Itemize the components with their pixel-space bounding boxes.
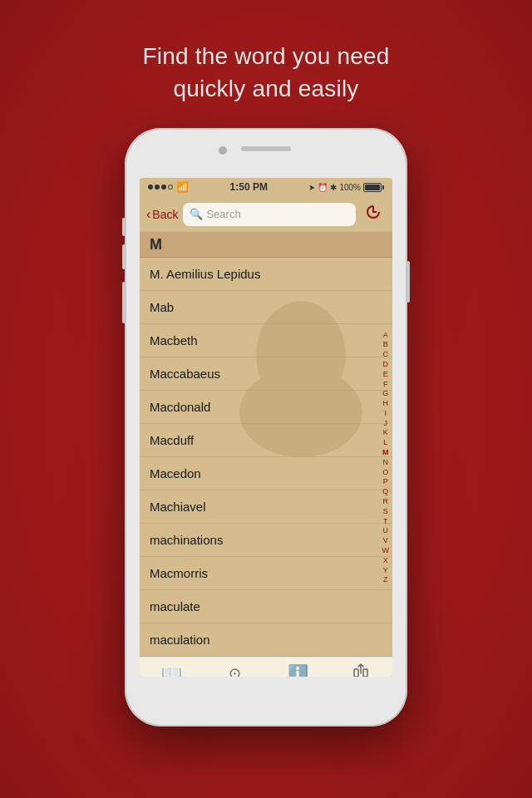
list-item-text: Maccabaeus — [150, 367, 220, 381]
section-header: M — [140, 233, 392, 258]
alpha-letter-s[interactable]: S — [382, 507, 390, 516]
more-icon: ⊙ — [229, 664, 241, 677]
list-item-text: Machiavel — [150, 500, 206, 514]
tab-words[interactable]: 📖 WORDS — [140, 658, 203, 677]
phone-frame: 📶 1:50 PM ➤ ⏰ ✱ 100% — [125, 128, 407, 727]
location-icon: ➤ — [308, 183, 315, 192]
about-icon: ℹ️ — [288, 663, 308, 677]
status-time: 1:50 PM — [230, 181, 268, 193]
alpha-letter-t[interactable]: T — [382, 517, 390, 526]
words-icon: 📖 — [161, 663, 182, 677]
tab-about[interactable]: ℹ️ ABOUT — [266, 658, 329, 677]
alpha-letter-a[interactable]: A — [382, 331, 390, 340]
alpha-letter-e[interactable]: E — [382, 370, 390, 379]
phone-screen: 📶 1:50 PM ➤ ⏰ ✱ 100% — [140, 178, 392, 677]
phone-speaker — [241, 146, 291, 151]
alpha-letter-p[interactable]: P — [382, 477, 390, 486]
signal-area: 📶 — [148, 181, 189, 193]
phone-camera — [219, 146, 227, 155]
tab-bar: 📖 WORDS ⊙ MORE ℹ️ ABOUT — [140, 657, 392, 677]
list-item[interactable]: Machiavel — [140, 490, 392, 524]
back-button[interactable]: ‹ Back — [146, 207, 178, 222]
list-item-text: Macdonald — [150, 400, 210, 414]
alpha-letter-w[interactable]: W — [381, 546, 392, 555]
svg-rect-2 — [354, 669, 358, 677]
signal-dot-1 — [148, 185, 153, 190]
headline-line2: quickly and easily — [173, 76, 358, 101]
list-item[interactable]: Macbeth — [140, 324, 392, 357]
list-item-text: machinations — [150, 533, 223, 547]
search-bar[interactable]: 🔍 Search — [183, 203, 356, 226]
nav-bar: ‹ Back 🔍 Search — [140, 196, 392, 233]
signal-dot-2 — [155, 185, 160, 190]
alpha-letter-f[interactable]: F — [382, 380, 390, 389]
alpha-letter-n[interactable]: N — [382, 458, 391, 467]
list-item[interactable]: M. Aemilius Lepidus — [140, 258, 392, 291]
headline-line1: Find the word you need — [142, 43, 389, 69]
alphabet-index[interactable]: ABCDEFGHIJKLMNOPQRSTUVWXYZ — [381, 258, 392, 657]
back-chevron-icon: ‹ — [146, 207, 150, 222]
word-list: M. Aemilius LepidusMabMacbethMaccabaeusM… — [140, 258, 392, 657]
alpha-letter-y[interactable]: Y — [382, 566, 390, 575]
list-item-text: maculation — [150, 633, 210, 647]
alpha-letter-c[interactable]: C — [382, 350, 391, 359]
signal-dots — [148, 185, 173, 190]
signal-dot-4 — [168, 185, 173, 190]
alpha-letter-h[interactable]: H — [382, 399, 391, 408]
volume-up-button — [122, 244, 126, 269]
wifi-icon: 📶 — [176, 181, 189, 193]
alpha-letter-r[interactable]: R — [382, 497, 391, 506]
power-button — [406, 261, 410, 303]
history-button[interactable] — [361, 200, 386, 229]
alpha-letter-x[interactable]: X — [382, 556, 390, 565]
list-item[interactable]: Mab — [140, 291, 392, 324]
alpha-letter-k[interactable]: K — [382, 428, 390, 437]
list-item-text: Macedon — [150, 466, 201, 480]
tab-share[interactable]: SHARE — [329, 658, 392, 677]
alpha-letter-l[interactable]: L — [382, 438, 389, 447]
tab-more[interactable]: ⊙ MORE — [203, 658, 266, 677]
list-item[interactable]: Macedon — [140, 457, 392, 490]
status-right-icons: ➤ ⏰ ✱ 100% — [308, 183, 384, 192]
signal-dot-3 — [161, 185, 166, 190]
list-item[interactable]: machinations — [140, 524, 392, 557]
bluetooth-icon: ✱ — [330, 183, 337, 192]
alpha-letter-i[interactable]: I — [382, 409, 388, 418]
alpha-letter-v[interactable]: V — [382, 536, 390, 545]
alpha-letter-q[interactable]: Q — [381, 487, 390, 496]
alpha-letter-g[interactable]: G — [381, 389, 390, 398]
back-label: Back — [152, 208, 178, 221]
share-icon — [352, 663, 369, 677]
list-item[interactable]: Macdonald — [140, 391, 392, 424]
list-item[interactable]: Macmorris — [140, 557, 392, 590]
headline: Find the word you need quickly and easil… — [142, 40, 389, 105]
list-item-text: Macduff — [150, 433, 194, 447]
alpha-letter-z[interactable]: Z — [382, 575, 390, 584]
alpha-letter-j[interactable]: J — [382, 419, 390, 428]
alpha-letter-d[interactable]: D — [382, 360, 391, 369]
search-icon: 🔍 — [190, 208, 203, 220]
list-item-text: Macmorris — [150, 566, 208, 580]
mute-button — [122, 218, 126, 236]
list-item-text: M. Aemilius Lepidus — [150, 267, 260, 281]
phone-mockup: 📶 1:50 PM ➤ ⏰ ✱ 100% — [125, 128, 407, 727]
svg-rect-3 — [363, 669, 367, 677]
list-item[interactable]: Maccabaeus — [140, 357, 392, 391]
list-item-text: maculate — [150, 599, 200, 613]
alpha-letter-u[interactable]: U — [382, 526, 391, 535]
list-item-text: Macbeth — [150, 333, 198, 347]
content-area: M. Aemilius LepidusMabMacbethMaccabaeusM… — [140, 258, 392, 657]
list-item[interactable]: Macduff — [140, 424, 392, 457]
alpha-letter-o[interactable]: O — [381, 468, 390, 477]
alarm-icon: ⏰ — [318, 183, 328, 192]
section-letter: M — [150, 236, 162, 253]
search-placeholder: Search — [206, 208, 240, 220]
alpha-letter-b[interactable]: B — [382, 340, 390, 349]
list-item[interactable]: maculate — [140, 590, 392, 623]
list-item[interactable]: maculation — [140, 623, 392, 657]
volume-down-button — [122, 282, 126, 323]
battery-icon — [363, 183, 384, 192]
alpha-letter-m[interactable]: M — [381, 448, 391, 457]
status-bar: 📶 1:50 PM ➤ ⏰ ✱ 100% — [140, 178, 392, 196]
list-item-text: Mab — [150, 300, 174, 314]
